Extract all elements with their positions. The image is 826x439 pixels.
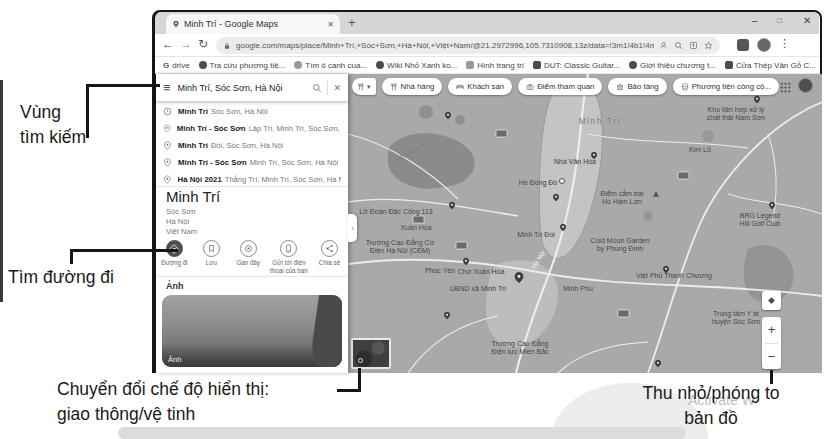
maps-profile-avatar[interactable] [798, 78, 813, 93]
bookmark-item[interactable]: Giới thiệu chương t... [629, 61, 716, 70]
map-pin[interactable] [753, 95, 762, 104]
annotation-directions: Tìm đường đi [8, 265, 114, 290]
bookmark-favicon [629, 61, 637, 69]
chip-attractions[interactable]: Điểm tham quan [518, 78, 602, 95]
pin-icon [163, 124, 171, 133]
bookmark-label: Wiki Nhỏ Xanh ko... [387, 61, 457, 70]
my-location-button[interactable] [762, 291, 781, 310]
search-input[interactable] [176, 82, 308, 94]
bookmark-item[interactable]: Tra cứu phương tiệ... [199, 61, 286, 70]
chip-label: Nhà hàng [401, 82, 435, 91]
nearby-button[interactable]: Gần đây [230, 240, 267, 275]
chip-museums[interactable]: Bảo tàng [608, 78, 666, 95]
campsite-triangle-marker[interactable] [652, 190, 660, 198]
maps-search-box: ≡ ✕ [156, 74, 348, 101]
suggestion-text: Minh TríĐồi, Sóc Sơn, Hà Nội [178, 141, 283, 150]
restaurant-icon [390, 83, 398, 91]
suggestion-title: Minh Trí [178, 141, 208, 150]
panel-collapse-handle[interactable]: ‹ [348, 214, 357, 242]
suggestion-sub: Sóc Sơn, Hà Nội [211, 107, 268, 116]
browser-menu-icon[interactable]: ⋮ [779, 37, 790, 50]
annotation-search-area: Vùng tìm kiếm [20, 100, 86, 150]
bookmark-item[interactable]: Gdrive [163, 61, 190, 70]
bookmark-item[interactable]: DUT: Classic Guitar... [533, 61, 620, 70]
map-pin[interactable] [443, 311, 452, 320]
map-canvas[interactable]: ▾ Nhà hàng Khách sạn Điểm tham quan Bảo … [348, 74, 822, 373]
map-pin[interactable] [448, 201, 457, 210]
bookmark-item[interactable]: Wiki Nhỏ Xanh ko... [376, 61, 457, 70]
search-in-page-icon[interactable] [674, 41, 683, 50]
figure-canvas: Activate W Vùng tìm kiếm Tìm đường đi Ch… [0, 0, 826, 439]
map-pin[interactable] [444, 111, 453, 120]
map-pin-ubnd[interactable] [513, 271, 526, 284]
annotation-zoom: Thu nhỏ/phóng to bản đồ [633, 381, 789, 431]
browser-tab[interactable]: Minh Trí - Google Maps ✕ [166, 14, 340, 34]
map-dot-marker[interactable] [559, 178, 565, 184]
map-pin[interactable] [552, 193, 561, 202]
new-tab-button[interactable]: + [348, 15, 356, 30]
callout-line-search-h [86, 84, 160, 87]
reload-button[interactable]: ↻ [198, 37, 208, 51]
back-button[interactable]: ← [162, 37, 174, 51]
map-label: Khu liên hợp xử lý chất thải Nam Sơn [707, 106, 765, 123]
translate-person-icon[interactable] [659, 41, 668, 50]
google-apps-grid-icon[interactable] [779, 81, 792, 94]
search-icon[interactable] [312, 83, 322, 93]
zoom-out-button[interactable]: − [762, 344, 781, 370]
pin-icon [163, 175, 172, 184]
address-bar[interactable]: google.com/maps/place/Minh+Trí,+Sóc+Sơn,… [216, 37, 720, 54]
annotation-search-area-line1: Vùng [20, 100, 86, 125]
suggestion-text: Minh Trí - Sóc SơnLập Trí, Minh Trí, Sóc… [177, 124, 341, 133]
callout-line-directions-v [70, 249, 73, 264]
search-clear-icon[interactable]: ✕ [333, 83, 341, 93]
category-dropdown[interactable]: ▾ [352, 78, 376, 95]
zoom-in-button[interactable]: + [762, 317, 781, 343]
search-suggestion[interactable]: Minh Trí - Sóc SơnMinh Trí, Sóc Sơn, Hà … [156, 154, 348, 171]
chip-transit[interactable]: Phương tiện công cộ... [673, 78, 779, 95]
send-to-phone-button[interactable]: Gửi tới điện thoại của bạn [267, 240, 311, 275]
extension-icon[interactable] [737, 39, 749, 51]
map-pin[interactable] [590, 151, 599, 160]
chip-hotels[interactable]: Khách sạn [448, 78, 512, 95]
map-pin[interactable] [559, 223, 568, 232]
action-label: Gửi tới điện thoại của bạn [267, 259, 311, 275]
tab-title: Minh Trí - Google Maps [184, 19, 327, 29]
bookmark-label: Tìm ô canh cua... [305, 61, 367, 70]
share-icon[interactable] [689, 41, 698, 50]
map-pin[interactable] [462, 257, 471, 266]
bus-icon [681, 83, 689, 91]
suggestion-title: Hà Nội 2021 [178, 175, 222, 184]
directions-button[interactable]: Đường đi [156, 240, 193, 275]
bookmark-item[interactable]: Hình trang trí [466, 61, 524, 70]
maps-favicon-pin-icon [172, 20, 180, 28]
share-button[interactable]: Chia sẻ [311, 240, 348, 275]
window-minimize-button[interactable]: – [752, 15, 758, 26]
save-button[interactable]: Lưu [193, 240, 230, 275]
tab-close-icon[interactable]: ✕ [327, 20, 334, 29]
bookmark-star-icon[interactable] [704, 41, 713, 50]
bookmark-item[interactable]: Cửa Thép Vân Gỗ C... [725, 61, 816, 70]
search-suggestion[interactable]: Minh TríSóc Sơn, Hà Nội [156, 103, 348, 120]
window-close-button[interactable]: ✕ [803, 15, 811, 26]
nearby-icon [240, 240, 257, 257]
satellite-layer-toggle[interactable] [351, 338, 391, 369]
search-suggestion[interactable]: Minh TríĐồi, Sóc Sơn, Hà Nội [156, 137, 348, 154]
window-maximize-button[interactable]: □ [777, 16, 782, 25]
place-photo[interactable]: Ảnh [162, 295, 342, 367]
map-pin[interactable] [654, 359, 663, 368]
map-pin[interactable] [768, 201, 777, 210]
menu-hamburger-icon[interactable]: ≡ [163, 80, 171, 95]
figure-bottom-bar [118, 427, 686, 439]
profile-avatar[interactable] [757, 38, 771, 52]
bookmark-icon [203, 240, 220, 257]
map-pin[interactable] [662, 265, 671, 274]
bookmark-item[interactable]: Tìm ô canh cua... [294, 61, 367, 70]
forward-button[interactable]: → [180, 37, 192, 51]
suggestion-text: Minh TríSóc Sơn, Hà Nội [178, 107, 268, 116]
search-suggestion[interactable]: Minh Trí - Sóc SơnLập Trí, Minh Trí, Sóc… [156, 120, 348, 137]
annotation-search-area-line2: tìm kiếm [20, 125, 86, 150]
chip-restaurants[interactable]: Nhà hàng [382, 78, 443, 95]
bookmark-label: Cửa Thép Vân Gỗ C... [736, 61, 816, 70]
suggestion-sub: Thắng Trí, Minh Trí, Sóc Sơn, Hà Nội [225, 175, 341, 184]
annotation-mode-switch: Chuyển đổi chế độ hiển thị: giao thông/v… [57, 377, 269, 427]
